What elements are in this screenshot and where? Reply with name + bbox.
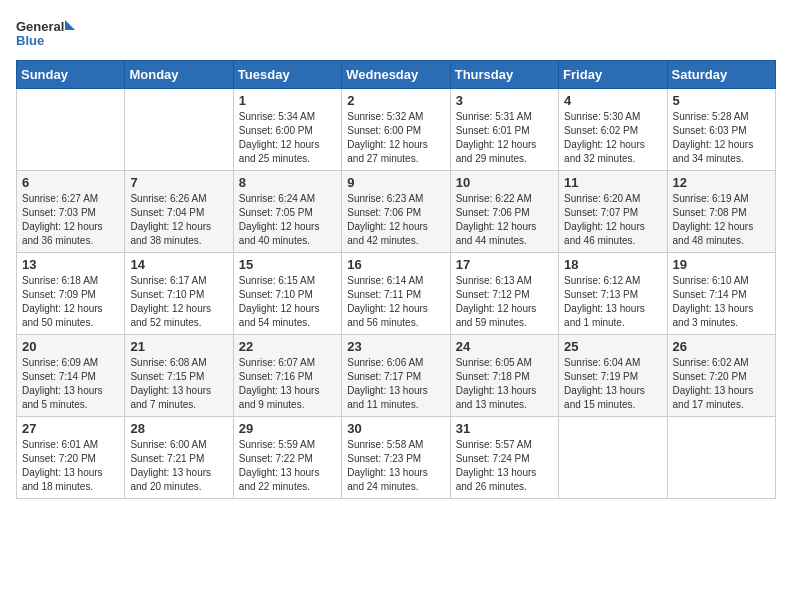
calendar-week-row: 27Sunrise: 6:01 AM Sunset: 7:20 PM Dayli… [17,417,776,499]
weekday-header-row: SundayMondayTuesdayWednesdayThursdayFrid… [17,61,776,89]
day-number: 10 [456,175,553,190]
day-number: 27 [22,421,119,436]
weekday-header-friday: Friday [559,61,667,89]
day-info: Sunrise: 6:00 AM Sunset: 7:21 PM Dayligh… [130,439,211,492]
calendar-cell: 16Sunrise: 6:14 AM Sunset: 7:11 PM Dayli… [342,253,450,335]
calendar-cell: 14Sunrise: 6:17 AM Sunset: 7:10 PM Dayli… [125,253,233,335]
calendar-cell [559,417,667,499]
day-number: 23 [347,339,444,354]
day-number: 25 [564,339,661,354]
day-number: 1 [239,93,336,108]
calendar-cell: 25Sunrise: 6:04 AM Sunset: 7:19 PM Dayli… [559,335,667,417]
calendar-cell: 19Sunrise: 6:10 AM Sunset: 7:14 PM Dayli… [667,253,775,335]
day-number: 3 [456,93,553,108]
calendar-cell: 17Sunrise: 6:13 AM Sunset: 7:12 PM Dayli… [450,253,558,335]
calendar-cell: 6Sunrise: 6:27 AM Sunset: 7:03 PM Daylig… [17,171,125,253]
day-number: 17 [456,257,553,272]
day-info: Sunrise: 6:15 AM Sunset: 7:10 PM Dayligh… [239,275,320,328]
day-info: Sunrise: 6:01 AM Sunset: 7:20 PM Dayligh… [22,439,103,492]
day-info: Sunrise: 6:13 AM Sunset: 7:12 PM Dayligh… [456,275,537,328]
day-info: Sunrise: 6:02 AM Sunset: 7:20 PM Dayligh… [673,357,754,410]
day-info: Sunrise: 6:09 AM Sunset: 7:14 PM Dayligh… [22,357,103,410]
day-info: Sunrise: 6:27 AM Sunset: 7:03 PM Dayligh… [22,193,103,246]
calendar-cell: 26Sunrise: 6:02 AM Sunset: 7:20 PM Dayli… [667,335,775,417]
day-number: 9 [347,175,444,190]
calendar-cell [667,417,775,499]
weekday-header-wednesday: Wednesday [342,61,450,89]
calendar-week-row: 20Sunrise: 6:09 AM Sunset: 7:14 PM Dayli… [17,335,776,417]
page-header: GeneralBlue [16,16,776,52]
day-info: Sunrise: 6:18 AM Sunset: 7:09 PM Dayligh… [22,275,103,328]
logo-svg: GeneralBlue [16,16,76,52]
day-number: 13 [22,257,119,272]
day-info: Sunrise: 6:08 AM Sunset: 7:15 PM Dayligh… [130,357,211,410]
calendar-cell: 20Sunrise: 6:09 AM Sunset: 7:14 PM Dayli… [17,335,125,417]
day-number: 8 [239,175,336,190]
day-info: Sunrise: 6:14 AM Sunset: 7:11 PM Dayligh… [347,275,428,328]
day-number: 19 [673,257,770,272]
day-info: Sunrise: 6:12 AM Sunset: 7:13 PM Dayligh… [564,275,645,328]
calendar-week-row: 1Sunrise: 5:34 AM Sunset: 6:00 PM Daylig… [17,89,776,171]
day-info: Sunrise: 6:23 AM Sunset: 7:06 PM Dayligh… [347,193,428,246]
day-number: 22 [239,339,336,354]
day-info: Sunrise: 6:24 AM Sunset: 7:05 PM Dayligh… [239,193,320,246]
calendar-cell: 29Sunrise: 5:59 AM Sunset: 7:22 PM Dayli… [233,417,341,499]
calendar-cell: 23Sunrise: 6:06 AM Sunset: 7:17 PM Dayli… [342,335,450,417]
calendar-week-row: 6Sunrise: 6:27 AM Sunset: 7:03 PM Daylig… [17,171,776,253]
calendar-cell: 8Sunrise: 6:24 AM Sunset: 7:05 PM Daylig… [233,171,341,253]
day-number: 18 [564,257,661,272]
day-info: Sunrise: 5:57 AM Sunset: 7:24 PM Dayligh… [456,439,537,492]
day-number: 30 [347,421,444,436]
day-number: 11 [564,175,661,190]
day-info: Sunrise: 6:06 AM Sunset: 7:17 PM Dayligh… [347,357,428,410]
day-number: 29 [239,421,336,436]
day-info: Sunrise: 6:19 AM Sunset: 7:08 PM Dayligh… [673,193,754,246]
calendar-cell: 18Sunrise: 6:12 AM Sunset: 7:13 PM Dayli… [559,253,667,335]
calendar-cell: 27Sunrise: 6:01 AM Sunset: 7:20 PM Dayli… [17,417,125,499]
day-info: Sunrise: 6:26 AM Sunset: 7:04 PM Dayligh… [130,193,211,246]
calendar-cell: 9Sunrise: 6:23 AM Sunset: 7:06 PM Daylig… [342,171,450,253]
weekday-header-tuesday: Tuesday [233,61,341,89]
day-number: 7 [130,175,227,190]
calendar-cell [125,89,233,171]
day-number: 24 [456,339,553,354]
calendar-cell: 5Sunrise: 5:28 AM Sunset: 6:03 PM Daylig… [667,89,775,171]
day-number: 5 [673,93,770,108]
calendar-cell: 10Sunrise: 6:22 AM Sunset: 7:06 PM Dayli… [450,171,558,253]
day-info: Sunrise: 5:32 AM Sunset: 6:00 PM Dayligh… [347,111,428,164]
calendar-cell: 11Sunrise: 6:20 AM Sunset: 7:07 PM Dayli… [559,171,667,253]
day-info: Sunrise: 5:58 AM Sunset: 7:23 PM Dayligh… [347,439,428,492]
day-number: 12 [673,175,770,190]
day-number: 28 [130,421,227,436]
day-info: Sunrise: 5:30 AM Sunset: 6:02 PM Dayligh… [564,111,645,164]
calendar-cell [17,89,125,171]
calendar-cell: 12Sunrise: 6:19 AM Sunset: 7:08 PM Dayli… [667,171,775,253]
day-number: 4 [564,93,661,108]
day-info: Sunrise: 6:17 AM Sunset: 7:10 PM Dayligh… [130,275,211,328]
day-number: 6 [22,175,119,190]
day-info: Sunrise: 6:05 AM Sunset: 7:18 PM Dayligh… [456,357,537,410]
day-info: Sunrise: 6:04 AM Sunset: 7:19 PM Dayligh… [564,357,645,410]
day-info: Sunrise: 5:28 AM Sunset: 6:03 PM Dayligh… [673,111,754,164]
day-number: 16 [347,257,444,272]
calendar-cell: 15Sunrise: 6:15 AM Sunset: 7:10 PM Dayli… [233,253,341,335]
day-info: Sunrise: 6:22 AM Sunset: 7:06 PM Dayligh… [456,193,537,246]
calendar-cell: 3Sunrise: 5:31 AM Sunset: 6:01 PM Daylig… [450,89,558,171]
calendar-cell: 21Sunrise: 6:08 AM Sunset: 7:15 PM Dayli… [125,335,233,417]
calendar-cell: 28Sunrise: 6:00 AM Sunset: 7:21 PM Dayli… [125,417,233,499]
day-number: 2 [347,93,444,108]
calendar-table: SundayMondayTuesdayWednesdayThursdayFrid… [16,60,776,499]
calendar-cell: 7Sunrise: 6:26 AM Sunset: 7:04 PM Daylig… [125,171,233,253]
day-number: 31 [456,421,553,436]
calendar-cell: 31Sunrise: 5:57 AM Sunset: 7:24 PM Dayli… [450,417,558,499]
day-number: 15 [239,257,336,272]
day-info: Sunrise: 6:10 AM Sunset: 7:14 PM Dayligh… [673,275,754,328]
calendar-body: 1Sunrise: 5:34 AM Sunset: 6:00 PM Daylig… [17,89,776,499]
logo: GeneralBlue [16,16,76,52]
calendar-cell: 4Sunrise: 5:30 AM Sunset: 6:02 PM Daylig… [559,89,667,171]
weekday-header-thursday: Thursday [450,61,558,89]
calendar-cell: 1Sunrise: 5:34 AM Sunset: 6:00 PM Daylig… [233,89,341,171]
weekday-header-sunday: Sunday [17,61,125,89]
day-number: 26 [673,339,770,354]
calendar-cell: 24Sunrise: 6:05 AM Sunset: 7:18 PM Dayli… [450,335,558,417]
